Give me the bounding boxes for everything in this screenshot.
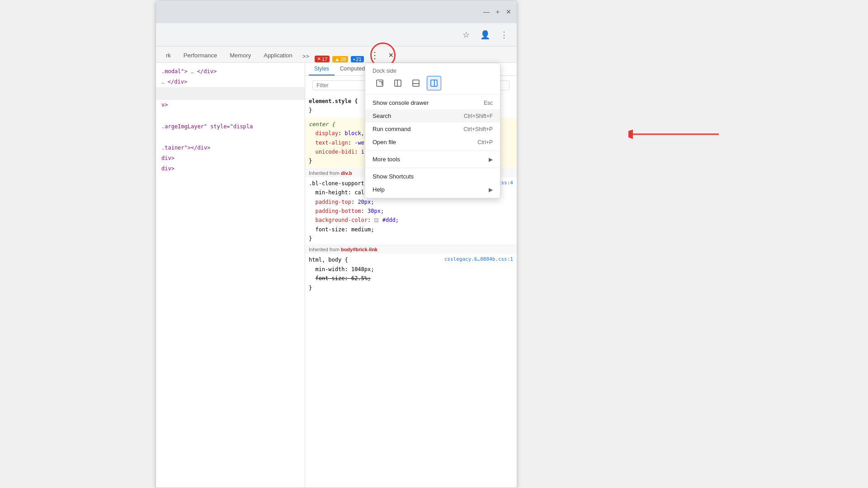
css-prop-line: padding-top: 20px; [309, 197, 513, 206]
dom-line: .argeImgLayer" style="displa [156, 122, 305, 132]
devtools-menu-area: ⋮ ✕ [368, 48, 398, 62]
inherited-label-2: Inherited from body#brick-link [305, 245, 517, 253]
css-prop-line: background-color: #ddd; [309, 216, 513, 225]
dom-panel: .modal"> … </div> … </div> v> .argeImgLa… [156, 63, 305, 488]
devtools-more-icon[interactable]: ⋮ [368, 48, 382, 62]
menu-item-run-command[interactable]: Run command Ctrl+Shift+P [365, 122, 500, 136]
tab-styles[interactable]: Styles [309, 63, 335, 75]
svg-rect-5 [431, 80, 437, 86]
tab-application[interactable]: Application [257, 49, 299, 62]
dock-right-button[interactable] [427, 76, 441, 90]
maximize-button[interactable]: + [496, 8, 500, 15]
warning-badge: ▲ 28 [332, 56, 348, 62]
minimize-button[interactable]: — [483, 8, 490, 15]
devtools-tabs: rk Performance Memory Application >> ✕ 1… [156, 47, 517, 63]
dom-line [156, 132, 305, 143]
info-badge: ▪ 21 [351, 56, 363, 62]
svg-rect-3 [413, 80, 419, 86]
css-prop-line: font-size: medium; [309, 225, 513, 234]
dom-line [156, 111, 305, 122]
menu-item-more-tools[interactable]: More tools ▶ [365, 153, 500, 166]
dom-line: … </div> [156, 77, 305, 87]
dock-bottom-button[interactable] [409, 76, 423, 90]
tab-memory[interactable]: Memory [223, 49, 257, 62]
devtools-close-icon[interactable]: ✕ [384, 48, 398, 62]
css-selector-line: html, body { csslegacy.6…0884b.css:1 [309, 255, 513, 264]
tab-network[interactable]: rk [160, 49, 177, 62]
css-close-brace: } [309, 283, 513, 292]
menu-divider [365, 94, 500, 94]
dom-line: .modal"> … </div> [156, 66, 305, 77]
css-prop-line: font-size: 62.5%; [309, 274, 513, 283]
dock-side-section: Dock side [365, 65, 500, 92]
css-close-brace: } [309, 234, 513, 243]
svg-rect-1 [395, 80, 401, 86]
warning-icon: ▲ [335, 56, 340, 62]
profile-icon[interactable]: 👤 [478, 28, 492, 42]
info-icon: ▪ [353, 56, 355, 62]
red-arrow-annotation [628, 127, 719, 143]
menu-divider-2 [365, 150, 500, 151]
devtools-dropdown-menu: Dock side [365, 63, 500, 198]
menu-item-help[interactable]: Help ▶ [365, 183, 500, 196]
tab-performance[interactable]: Performance [177, 49, 223, 62]
dom-line: v> [156, 100, 305, 110]
help-arrow-icon: ▶ [489, 187, 493, 193]
browser-menu-icon[interactable]: ⋮ [497, 28, 511, 42]
dock-left-button[interactable] [391, 76, 405, 90]
menu-item-show-console-drawer[interactable]: Show console drawer Esc [365, 96, 500, 109]
menu-item-search[interactable]: Search Ctrl+Shift+F [365, 109, 500, 122]
dock-side-label: Dock side [373, 68, 493, 74]
browser-window: — + ✕ ☆ 👤 ⋮ rk Performance Memory Applic… [156, 0, 517, 488]
dom-line: div> [156, 164, 305, 174]
menu-item-show-shortcuts[interactable]: Show Shortcuts [365, 170, 500, 183]
dom-line [156, 87, 305, 100]
menu-divider-3 [365, 168, 500, 168]
dock-icons-row [373, 76, 493, 90]
close-button[interactable]: ✕ [506, 8, 511, 15]
arrow-icon: ▶ [489, 156, 493, 163]
tabs-more-button[interactable]: >> [299, 50, 313, 62]
browser-toolbar: ☆ 👤 ⋮ [156, 23, 517, 47]
color-swatch [374, 218, 378, 222]
error-icon: ✕ [317, 56, 321, 62]
menu-item-open-file[interactable]: Open file Ctrl+P [365, 136, 500, 149]
css-rule-html-body: html, body { csslegacy.6…0884b.css:1 min… [305, 253, 517, 294]
inherited-source-2: body#brick-link [341, 247, 377, 252]
devtools-badges: ✕ 17 ▲ 28 ▪ 21 [315, 56, 364, 62]
title-bar: — + ✕ [156, 0, 517, 23]
dom-line: .tainer"></div> [156, 143, 305, 153]
dom-line: div> [156, 153, 305, 164]
bookmark-icon[interactable]: ☆ [459, 28, 473, 42]
css-prop-line: min-width: 1048px; [309, 265, 513, 274]
css-prop-line: padding-bottom: 30px; [309, 206, 513, 216]
error-badge: ✕ 17 [315, 56, 330, 62]
window-controls: — + ✕ [483, 8, 511, 15]
dock-undock-button[interactable] [373, 76, 387, 90]
